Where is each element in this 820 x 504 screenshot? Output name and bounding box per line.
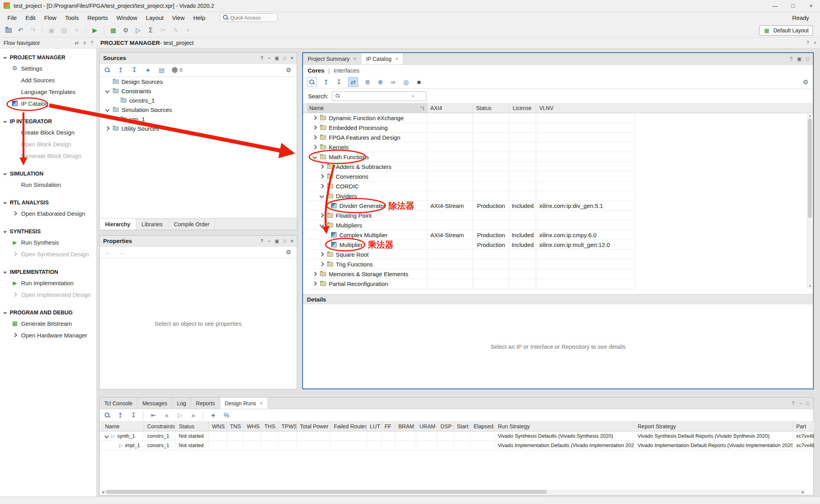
run-row-impl-1[interactable]: ▷impl_1constrs_1Not startedVivado Implem… bbox=[100, 441, 814, 450]
chevron-down-icon[interactable] bbox=[105, 107, 109, 112]
tree-item-simulation-sources[interactable]: Simulation Sources bbox=[100, 105, 297, 114]
playo-icon[interactable]: ▷ bbox=[176, 412, 184, 419]
expand-all-icon[interactable]: ↧ bbox=[131, 66, 138, 74]
tab-libraries[interactable]: Libraries bbox=[136, 218, 169, 230]
quick-access-input[interactable] bbox=[230, 15, 275, 21]
menu-help[interactable]: Help bbox=[189, 13, 210, 23]
tab-reports[interactable]: Reports bbox=[191, 398, 220, 409]
column-header-dsp[interactable]: DSP bbox=[437, 422, 453, 431]
chevron-right-icon[interactable] bbox=[12, 333, 17, 337]
column-header-lut[interactable]: LUT bbox=[366, 422, 381, 431]
tree-item-utility-sources[interactable]: Utility Sources bbox=[100, 124, 297, 133]
taxonomy-toggle[interactable]: ⇄ bbox=[348, 77, 358, 87]
sidebar-item-open-block-design[interactable]: Open Block Design bbox=[0, 138, 96, 150]
column-header-status[interactable]: Status bbox=[472, 103, 509, 113]
column-header-status[interactable]: Status bbox=[175, 422, 209, 431]
collapse-icon[interactable] bbox=[4, 56, 7, 59]
ip-row-fpga-features-and-design[interactable]: FPGA Features and Design bbox=[307, 133, 635, 142]
hierarchy-icon[interactable]: ≣ bbox=[364, 78, 371, 86]
chevron-right-icon[interactable] bbox=[319, 184, 324, 188]
rewind-icon[interactable]: « bbox=[163, 412, 170, 419]
section-header-program-and-debug[interactable]: PROGRAM AND DEBUG bbox=[0, 307, 96, 318]
menu-reports[interactable]: Reports bbox=[83, 13, 112, 23]
settings-gear-icon[interactable]: ⚙ bbox=[802, 78, 809, 86]
chevron-down-icon[interactable] bbox=[105, 89, 109, 93]
forward-icon[interactable]: » bbox=[190, 412, 197, 419]
section-header-ip-integrator[interactable]: IP INTEGRATOR bbox=[0, 116, 96, 126]
first-icon[interactable]: ⇤ bbox=[150, 412, 157, 419]
help-icon[interactable]: ? bbox=[806, 40, 809, 46]
link-icon[interactable]: ∞ bbox=[390, 78, 397, 86]
settings-icon[interactable]: ⚙ bbox=[122, 27, 129, 34]
file-icon[interactable]: ▤ bbox=[158, 66, 165, 74]
column-header-constraints[interactable]: Constraints bbox=[144, 422, 175, 431]
chevron-right-icon[interactable] bbox=[319, 213, 324, 217]
sidebar-item-create-block-design[interactable]: Create Block Design bbox=[0, 126, 96, 138]
maximize-icon[interactable]: □ bbox=[283, 238, 286, 244]
collapse-icon[interactable] bbox=[4, 230, 7, 233]
section-header-simulation[interactable]: SIMULATION bbox=[0, 169, 96, 179]
scrollbar-thumb[interactable] bbox=[808, 119, 812, 218]
expand-all-icon[interactable]: ↧ bbox=[130, 412, 137, 419]
ip-row-floating-point[interactable]: Floating Point bbox=[307, 211, 635, 220]
undo-icon[interactable]: ↶ bbox=[17, 27, 24, 34]
chevron-right-icon[interactable] bbox=[312, 145, 317, 149]
close-icon[interactable]: × bbox=[814, 40, 816, 46]
section-header-rtl-analysis[interactable]: RTL ANALYSIS bbox=[0, 197, 96, 208]
ip-row-multiplier[interactable]: MultiplierProductionIncludedxilinx.com:i… bbox=[307, 240, 635, 250]
help-icon[interactable]: ? bbox=[790, 56, 793, 62]
ip-row-multipliers[interactable]: Multipliers bbox=[307, 220, 635, 230]
scroll-up-icon[interactable]: ▲ bbox=[808, 113, 813, 118]
sidebar-item-language-templates[interactable]: Language Templates bbox=[0, 86, 96, 98]
ip-row-divider-generator[interactable]: Divider GeneratorAXI4-StreamProductionIn… bbox=[307, 201, 635, 211]
customize-icon[interactable]: ⊕ bbox=[377, 78, 384, 86]
close-icon[interactable]: × bbox=[260, 401, 263, 406]
scrollbar-thumb[interactable] bbox=[106, 490, 547, 494]
tab-tcl-console[interactable]: Tcl Console bbox=[100, 398, 137, 409]
chevron-right-icon[interactable] bbox=[105, 126, 109, 130]
run-row-synth-1[interactable]: ▷synth_1constrs_1Not startedVivado Synth… bbox=[100, 431, 814, 441]
collapse-icon[interactable] bbox=[4, 201, 7, 204]
chevron-right-icon[interactable] bbox=[312, 272, 317, 276]
column-header-bram[interactable]: BRAM bbox=[395, 422, 416, 431]
minimize-button[interactable]: — bbox=[766, 0, 784, 12]
ip-row-conversions[interactable]: Conversions bbox=[307, 172, 635, 181]
close-icon[interactable]: × bbox=[291, 238, 293, 244]
horizontal-scrollbar[interactable]: ◀ ▶ bbox=[100, 490, 806, 494]
chevron-down-icon[interactable] bbox=[312, 154, 317, 159]
menu-layout[interactable]: Layout bbox=[142, 13, 168, 23]
expand-all-icon[interactable]: ↧ bbox=[335, 78, 342, 86]
chevron-right-icon[interactable] bbox=[319, 252, 324, 256]
help-icon[interactable]: ? bbox=[91, 40, 93, 46]
vertical-scrollbar[interactable]: ▲ ▼ bbox=[807, 113, 812, 289]
chevron-down-icon[interactable] bbox=[104, 434, 109, 438]
collapse-all-icon[interactable]: ↥ bbox=[117, 412, 124, 419]
search-button[interactable] bbox=[307, 77, 317, 87]
sidebar-item-run-implementation[interactable]: ▶Run Implementation bbox=[0, 277, 96, 289]
tab-ip-catalog[interactable]: IP Catalog× bbox=[361, 53, 403, 64]
ip-row-dynamic-function-exchange[interactable]: Dynamic Function eXchange bbox=[307, 113, 635, 123]
open-file-icon[interactable] bbox=[5, 28, 12, 33]
ip-search-box[interactable]: ▾ bbox=[332, 91, 426, 101]
tree-item-constraints[interactable]: Constraints bbox=[100, 86, 297, 96]
menu-flow[interactable]: Flow bbox=[40, 13, 61, 23]
chevron-right-icon[interactable] bbox=[312, 281, 317, 286]
sidebar-item-run-synthesis[interactable]: ▶Run Synthesis bbox=[0, 236, 96, 248]
scroll-left-icon[interactable]: ◀ bbox=[100, 490, 105, 494]
ip-row-cordic[interactable]: CORDIC bbox=[307, 181, 635, 191]
menu-view[interactable]: View bbox=[168, 13, 189, 23]
sidebar-item-run-simulation[interactable]: Run Simulation bbox=[0, 179, 96, 190]
program-icon[interactable]: ▦ bbox=[110, 27, 117, 34]
scroll-right-icon[interactable]: ▶ bbox=[800, 490, 806, 494]
ip-row-adders-subtracters[interactable]: Adders & Subtracters bbox=[307, 162, 635, 172]
run-icon[interactable]: ▶ bbox=[91, 27, 98, 34]
close-button[interactable]: × bbox=[802, 0, 820, 12]
minimize-icon[interactable]: − bbox=[267, 55, 270, 61]
menu-window[interactable]: Window bbox=[112, 13, 141, 23]
maximize-icon[interactable]: □ bbox=[806, 56, 809, 62]
target-icon[interactable]: ◎ bbox=[403, 78, 410, 86]
column-header-wns[interactable]: WNS bbox=[209, 422, 226, 431]
quick-access[interactable] bbox=[220, 13, 278, 22]
column-header-start[interactable]: Start bbox=[453, 422, 470, 431]
help-icon[interactable]: ? bbox=[260, 238, 263, 244]
